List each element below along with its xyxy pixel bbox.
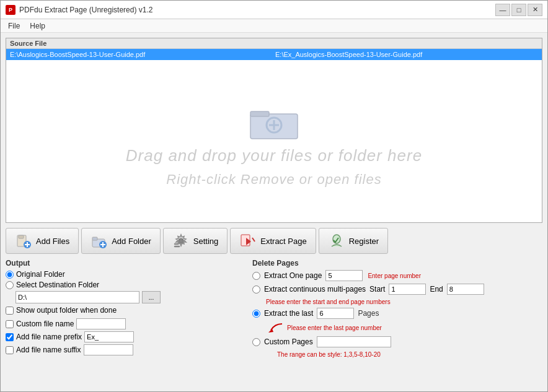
setting-icon: [172, 232, 190, 250]
extract-continuous-label: Extract continuous multi-pages: [264, 285, 366, 294]
dest-browse-button[interactable]: ...: [142, 291, 161, 303]
original-folder-radio[interactable]: [6, 271, 14, 279]
setting-button[interactable]: Setting: [163, 228, 228, 254]
extract-last-row: Extract the last Pages: [252, 308, 542, 319]
show-output-row: Show output folder when done: [6, 306, 247, 315]
custom-pages-radio[interactable]: [252, 338, 260, 346]
file-row[interactable]: E:\Auslogics-BoostSpeed-13-User-Guide.pd…: [6, 49, 542, 60]
add-files-icon: [15, 232, 32, 250]
window-title: PDFdu Extract Page (Unregistered) v1.2: [19, 6, 152, 14]
select-destination-label: Select Destination Folder: [16, 281, 99, 289]
add-prefix-label: Add file name prefix: [16, 333, 82, 341]
one-page-hint: Enter page number: [368, 272, 421, 279]
window-controls: — □ ✕: [495, 4, 542, 16]
continuous-hint: Please enter the start and end page numb…: [266, 298, 391, 305]
folder-icon: [249, 103, 299, 140]
add-files-label: Add Files: [36, 237, 69, 246]
add-prefix-row: Add file name prefix: [6, 331, 247, 342]
toolbar: Add Files Add Folder: [6, 228, 542, 254]
file-path-source: E:\Auslogics-BoostSpeed-13-User-Guide.pd…: [10, 51, 273, 58]
red-arrow-icon: [265, 321, 283, 334]
start-label: Start: [369, 285, 385, 294]
close-button[interactable]: ✕: [528, 4, 542, 16]
svg-point-15: [179, 238, 183, 243]
file-path-output: E:\Ex_Auslogics-BoostSpeed-13-User-Guide…: [275, 51, 538, 58]
svg-rect-6: [19, 235, 24, 238]
add-prefix-checkbox[interactable]: [6, 333, 14, 341]
register-button[interactable]: Register: [319, 228, 388, 254]
menu-file[interactable]: File: [3, 20, 25, 32]
one-page-input[interactable]: [325, 270, 363, 281]
extract-continuous-radio[interactable]: [252, 285, 260, 294]
pages-label: Pages: [358, 309, 379, 318]
custom-pages-row: Custom Pages: [252, 336, 542, 347]
extract-one-page-label: Extract One page: [264, 271, 322, 280]
add-suffix-label: Add file name suffix: [16, 346, 81, 354]
add-folder-button[interactable]: Add Folder: [81, 228, 161, 254]
delete-pages-label: Delete Pages: [252, 259, 542, 268]
original-folder-label: Original Folder: [16, 270, 65, 279]
add-suffix-row: Add file name suffix: [6, 344, 247, 355]
custom-pages-label: Custom Pages: [264, 338, 313, 346]
end-label: End: [430, 285, 443, 294]
extract-page-icon: [239, 232, 257, 250]
custom-filename-row: Custom file name: [6, 318, 247, 329]
register-icon: [328, 232, 345, 250]
custom-hint-row: The range can be style: 1,3,5-8,10-20: [265, 350, 542, 359]
original-folder-row: Original Folder: [6, 270, 247, 279]
select-destination-row: Select Destination Folder: [6, 281, 247, 289]
last-hint: Please enter the last page number: [287, 324, 382, 331]
add-folder-label: Add Folder: [112, 237, 151, 246]
dest-folder-row: ...: [6, 291, 247, 303]
menu-help[interactable]: Help: [25, 20, 50, 32]
last-hint-row: Please enter the last page number: [265, 321, 542, 334]
add-files-button[interactable]: Add Files: [6, 228, 79, 254]
output-panel: Output Original Folder Select Destinatio…: [6, 259, 247, 360]
custom-hint: The range can be style: 1,3,5-8,10-20: [277, 351, 381, 358]
drop-zone[interactable]: Drag and drop your files or folder here …: [6, 68, 542, 222]
end-input[interactable]: [447, 284, 484, 295]
main-content: Source File E:\Auslogics-BoostSpeed-13-U…: [1, 33, 547, 365]
continuous-hint-row: Please enter the start and end page numb…: [265, 297, 542, 306]
register-label: Register: [349, 237, 379, 246]
maximize-button[interactable]: □: [511, 4, 526, 16]
file-list-area[interactable]: E:\Auslogics-BoostSpeed-13-User-Guide.pd…: [6, 49, 542, 222]
minimize-button[interactable]: —: [495, 4, 510, 16]
svg-rect-11: [92, 237, 97, 240]
bottom-panels: Output Original Folder Select Destinatio…: [6, 259, 542, 360]
menu-bar: File Help: [1, 19, 547, 33]
prefix-input[interactable]: [84, 331, 134, 342]
app-icon: P: [6, 5, 15, 15]
extract-one-page-row: Extract One page Enter page number: [252, 270, 542, 281]
setting-label: Setting: [193, 237, 218, 246]
add-folder-icon: [91, 232, 108, 250]
drop-text-main: Drag and drop your files or folder here: [126, 146, 422, 165]
custom-filename-checkbox[interactable]: [6, 320, 14, 328]
extract-page-label: Extract Page: [260, 237, 306, 246]
extract-continuous-row: Extract continuous multi-pages Start End: [252, 284, 542, 295]
source-file-panel: Source File E:\Auslogics-BoostSpeed-13-U…: [6, 38, 542, 223]
last-input[interactable]: [317, 308, 354, 319]
extract-page-button[interactable]: Extract Page: [230, 228, 316, 254]
custom-filename-input[interactable]: [76, 318, 126, 329]
add-suffix-checkbox[interactable]: [6, 346, 14, 354]
show-output-label: Show output folder when done: [16, 306, 117, 315]
svg-point-21: [333, 235, 340, 243]
source-file-label: Source File: [6, 38, 542, 49]
delete-pages-panel: Delete Pages Extract One page Enter page…: [252, 259, 542, 360]
dest-path-input[interactable]: [15, 291, 139, 303]
show-output-checkbox[interactable]: [6, 307, 14, 315]
extract-last-label: Extract the last: [264, 309, 313, 318]
extract-last-radio[interactable]: [252, 310, 260, 318]
svg-rect-1: [250, 111, 269, 116]
title-bar: P PDFdu Extract Page (Unregistered) v1.2…: [1, 1, 547, 19]
custom-filename-label: Custom file name: [16, 320, 74, 328]
suffix-input[interactable]: [84, 344, 133, 355]
start-input[interactable]: [389, 284, 426, 295]
custom-pages-input[interactable]: [317, 336, 391, 347]
drop-text-sub: Right-click Remove or open files: [166, 172, 381, 188]
output-label: Output: [6, 259, 247, 268]
svg-line-20: [252, 238, 255, 242]
extract-one-page-radio[interactable]: [252, 272, 260, 280]
select-destination-radio[interactable]: [6, 281, 14, 289]
